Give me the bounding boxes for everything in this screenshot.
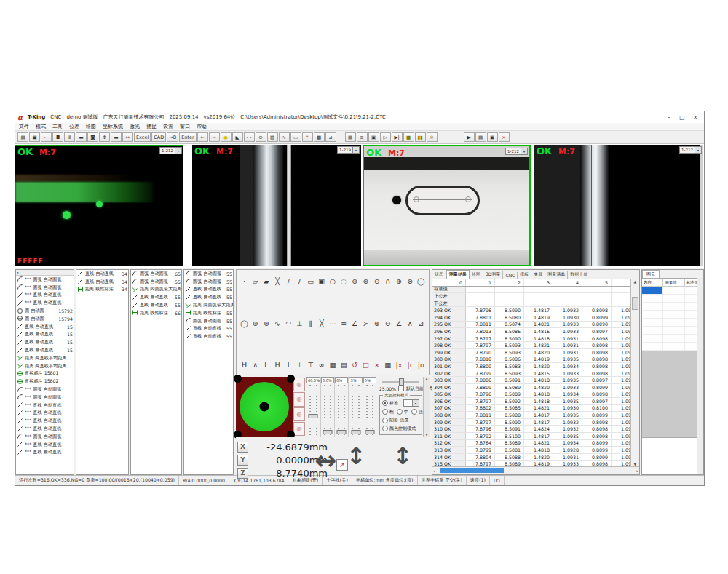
folder-button[interactable]: ▣ xyxy=(368,132,379,142)
zoom-button[interactable]: ⊙ xyxy=(256,132,266,142)
open-file-button[interactable]: ▣ xyxy=(29,132,40,142)
list-item[interactable]: 直线 自动直线55 xyxy=(131,301,181,309)
laser-button[interactable]: * xyxy=(302,132,313,142)
tool-circle-dense-icon[interactable]: ⊛ xyxy=(261,318,272,329)
table-row[interactable]: 315 OK7.87978.50891.48191.09330.80981.09… xyxy=(432,461,630,466)
slider-thumb[interactable] xyxy=(323,430,333,434)
light-slider-5[interactable]: 0% xyxy=(363,377,376,437)
pause-button[interactable]: ▮▮ xyxy=(415,132,426,142)
list-item[interactable]: 直线 自动直线55 xyxy=(184,293,233,301)
camera-panel-1[interactable]: FFFFFOKM:71-212▾ xyxy=(15,145,183,266)
wave-button[interactable]: ∿ xyxy=(279,132,290,142)
slider-track[interactable] xyxy=(338,385,345,435)
slider-thumb[interactable] xyxy=(365,430,374,434)
menu-公差[interactable]: 公差 xyxy=(69,123,79,130)
list-item[interactable]: *** 直线 自动直线 xyxy=(16,410,74,418)
tool-line-icon[interactable]: / xyxy=(283,276,294,287)
table-row[interactable]: 304 OK7.88098.50891.48201.09330.80991.09… xyxy=(432,384,630,391)
list-item[interactable]: *** 直线 自动直线 xyxy=(16,425,74,433)
list-item[interactable]: 直线 自动直线15 xyxy=(16,338,74,346)
tool-slot-icon[interactable]: ⊖ xyxy=(382,318,393,329)
menu-设置[interactable]: 设置 xyxy=(163,123,173,130)
stage2-button[interactable]: ▬ xyxy=(111,132,122,142)
table-row[interactable]: 314 OK7.88048.50881.48201.09310.80991.09… xyxy=(432,454,630,461)
element-row[interactable] xyxy=(642,303,703,311)
tool-copy-icon[interactable]: ▤ xyxy=(339,359,349,370)
list-item[interactable]: 直线 自动直线15 xyxy=(16,331,74,339)
list-item[interactable]: *** 圆弧 自动圆弧 xyxy=(16,284,74,292)
send-b-button[interactable]: →B xyxy=(167,132,178,142)
element-row[interactable] xyxy=(642,311,703,319)
radio-icon[interactable] xyxy=(382,409,388,415)
radio-中[interactable]: 中 xyxy=(397,409,408,415)
axis-Z-button[interactable]: Z xyxy=(237,468,248,479)
table-row[interactable]: 302 OK7.87998.50931.48151.09330.80981.09… xyxy=(432,370,630,378)
light-panel-scrollbar[interactable]: ▲▼ xyxy=(423,377,430,437)
tool-flag-icon[interactable]: ▱ xyxy=(250,276,261,287)
list-item[interactable]: 圆弧 自动圆弧55 xyxy=(184,317,233,325)
radio-icon[interactable] xyxy=(397,409,403,415)
jog-vertical-icon[interactable]: ↕ xyxy=(347,445,366,468)
tool-coord-o-icon[interactable]: |o xyxy=(416,359,427,370)
prev-button[interactable]: ← xyxy=(197,132,208,142)
tool-arc-cross-icon[interactable]: ⊕ xyxy=(393,276,404,287)
maximize-button[interactable]: □ xyxy=(676,114,689,121)
ring-segment-button-1-icon[interactable]: ◎ xyxy=(293,378,305,391)
tool-cross-lines-icon[interactable]: ╳ xyxy=(316,318,327,329)
list-item[interactable]: *** 直线 自动直线 xyxy=(16,292,74,300)
axis-move-button[interactable]: ↕ xyxy=(99,132,110,142)
list-item[interactable]: 距离 内圆弧最大距离 xyxy=(131,286,181,294)
tool-matrix-icon[interactable]: ▦ xyxy=(382,359,393,370)
slider-track[interactable] xyxy=(352,385,359,435)
dropdown-icon[interactable]: ▾ xyxy=(352,147,359,153)
table-row[interactable]: 303 OK7.88068.50911.48181.09350.80971.09… xyxy=(432,377,630,384)
table-row[interactable]: 296 OK7.80138.50861.48161.09330.80971.09… xyxy=(432,328,630,335)
camera-id-selector[interactable]: 1-212▾ xyxy=(159,147,182,154)
tool-intersection-icon[interactable]: ╳ xyxy=(272,276,283,287)
list-item[interactable]: 直线 自动直线55 xyxy=(184,286,233,294)
tab-状态[interactable]: 状态 xyxy=(432,271,446,279)
element-row[interactable] xyxy=(642,327,703,335)
camera-id-selector[interactable]: 1-212▾ xyxy=(505,148,528,155)
tab-CNC[interactable]: CNC xyxy=(503,272,518,279)
menu-窗口[interactable]: 窗口 xyxy=(180,123,190,130)
radio-强[interactable]: 强 xyxy=(411,409,423,415)
table-row[interactable]: 301 OK7.88008.50831.48201.09340.80981.09… xyxy=(432,363,630,370)
tool-right-angle-icon[interactable]: ⊿ xyxy=(416,318,427,329)
list-item[interactable]: *** 直线 自动直线 xyxy=(16,417,74,425)
list-item[interactable]: 距离 两直线平均距离 xyxy=(16,354,74,362)
table-row[interactable]: 295 OK7.80118.50741.48211.09330.80901.09… xyxy=(432,322,630,329)
tool-center-circle-icon[interactable]: ⊙ xyxy=(371,276,382,287)
tools-button[interactable]: ※ xyxy=(427,132,438,142)
tool-ellipse-icon[interactable]: ◯ xyxy=(416,276,427,287)
play-button[interactable]: ▷ xyxy=(380,132,391,142)
list-item[interactable]: 圆弧 自动圆弧65 xyxy=(131,270,181,278)
tool-arc-open-icon[interactable]: ◠ xyxy=(283,318,294,329)
table-row[interactable]: 299 OK7.87908.50931.48201.09310.80981.09… xyxy=(432,349,630,356)
list-item[interactable]: *** 圆弧 自动圆弧 xyxy=(16,386,74,394)
list-item[interactable]: 直线 自动直线15 xyxy=(16,323,74,331)
tab-测量结果[interactable]: 测量结果 xyxy=(446,270,470,279)
menu-工具[interactable]: 工具 xyxy=(52,123,63,130)
tool-arc-icon[interactable]: ∩ xyxy=(382,276,393,287)
tool-coord-r-icon[interactable]: |r xyxy=(405,359,416,370)
table-row[interactable]: 305 OK7.87968.50891.48181.09340.80981.09… xyxy=(432,391,630,399)
list-item[interactable]: 距离 两直线平均距离 xyxy=(16,362,74,370)
camera-id-selector[interactable]: 1-219▾ xyxy=(337,146,360,154)
element-row[interactable] xyxy=(642,295,703,303)
list-item[interactable]: 直线 自动直线55 xyxy=(184,325,233,333)
tool-flag-filled-icon[interactable]: ▰ xyxy=(261,276,272,287)
tool-angle-icon[interactable]: ∠ xyxy=(349,318,360,329)
camera-panel-3[interactable]: OKM:71-212▾ xyxy=(363,145,531,266)
tool-calculator-icon[interactable]: ▦ xyxy=(327,359,338,370)
element-row[interactable] xyxy=(642,335,703,343)
results-vscrollbar[interactable]: ▲ ▼ xyxy=(630,279,639,466)
menu-激光[interactable]: 激光 xyxy=(130,123,140,130)
tool-vertex-icon[interactable]: ≻ xyxy=(360,318,371,329)
tool-circle-cross-icon[interactable]: ⊕ xyxy=(349,276,360,287)
light-button[interactable]: ● xyxy=(221,132,232,142)
tool-distance-h-icon[interactable]: H xyxy=(239,359,250,370)
tool-linear-dim-icon[interactable]: H xyxy=(272,359,283,370)
tab-模板[interactable]: 模板 xyxy=(518,271,531,279)
list-item[interactable]: 圆弧 自动圆弧55 xyxy=(131,278,181,286)
